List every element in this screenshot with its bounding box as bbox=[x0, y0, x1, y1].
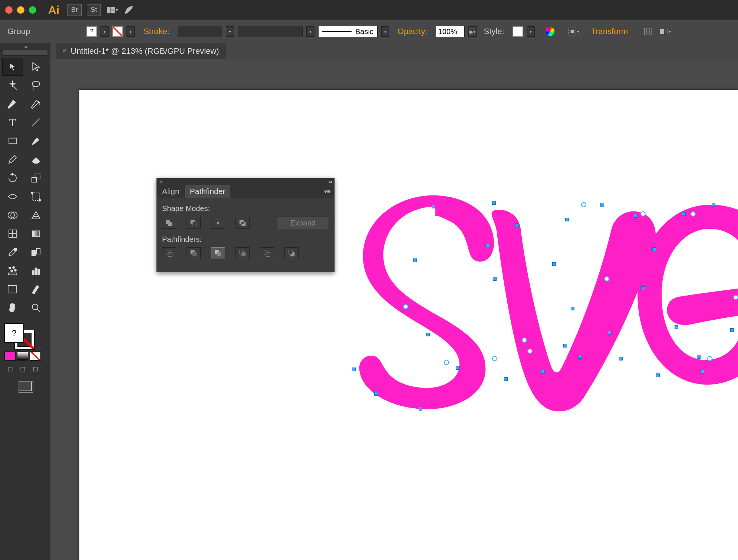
none-mode-button[interactable] bbox=[30, 352, 41, 360]
edit-contents-button[interactable]: ▾ bbox=[658, 25, 672, 38]
pen-tool[interactable] bbox=[2, 95, 23, 113]
unite-button[interactable] bbox=[162, 217, 176, 229]
gpu-preview-icon[interactable] bbox=[123, 4, 135, 16]
opacity-input[interactable] bbox=[436, 26, 465, 37]
lasso-tool[interactable] bbox=[26, 76, 46, 94]
center-point[interactable] bbox=[492, 356, 497, 361]
anchor-point[interactable] bbox=[492, 201, 496, 205]
width-tool[interactable] bbox=[2, 188, 23, 205]
anchor-point[interactable] bbox=[374, 392, 378, 396]
exclude-button[interactable] bbox=[235, 217, 250, 229]
panel-titlebar[interactable]: × ◂◂ bbox=[157, 178, 334, 185]
brush-definition[interactable]: Basic bbox=[318, 26, 378, 37]
fill-indicator[interactable]: ? bbox=[4, 323, 24, 343]
outline-button[interactable] bbox=[260, 247, 274, 259]
center-point[interactable] bbox=[604, 276, 609, 281]
scale-tool[interactable] bbox=[26, 169, 46, 187]
align-button[interactable]: ▾ bbox=[567, 25, 580, 38]
variable-width-dropdown[interactable] bbox=[306, 26, 314, 37]
style-dropdown[interactable] bbox=[527, 26, 535, 37]
pencil-tool[interactable] bbox=[2, 151, 23, 168]
stroke-swatch[interactable] bbox=[112, 26, 123, 37]
column-graph-tool[interactable] bbox=[26, 262, 46, 280]
anchor-point[interactable] bbox=[712, 203, 715, 207]
anchor-point[interactable] bbox=[578, 355, 582, 359]
anchor-point[interactable] bbox=[419, 407, 422, 411]
hand-tool[interactable] bbox=[2, 299, 23, 317]
gradient-tool[interactable] bbox=[26, 225, 46, 243]
anchor-point[interactable] bbox=[675, 325, 678, 329]
eyedropper-tool[interactable] bbox=[2, 243, 23, 261]
minus-back-button[interactable] bbox=[284, 247, 299, 259]
curvature-tool[interactable] bbox=[26, 95, 46, 113]
isolate-group-button[interactable] bbox=[641, 25, 655, 38]
mesh-tool[interactable] bbox=[2, 225, 23, 243]
anchor-point[interactable] bbox=[652, 247, 656, 251]
zoom-tool[interactable] bbox=[26, 299, 46, 317]
intersect-button[interactable] bbox=[211, 217, 225, 229]
pathfinder-panel[interactable]: × ◂◂ Align Pathfinder ▾≡ Shape Modes: Ex… bbox=[157, 178, 335, 272]
opacity-dropdown[interactable]: ▸ bbox=[468, 26, 477, 37]
stroke-weight-field[interactable] bbox=[178, 26, 222, 37]
panel-menu-icon[interactable]: ▾≡ bbox=[320, 188, 334, 195]
type-tool[interactable]: T bbox=[2, 113, 23, 131]
anchor-point[interactable] bbox=[656, 373, 660, 377]
bridge-button[interactable]: Br bbox=[67, 4, 82, 16]
tab-pathfinder[interactable]: Pathfinder bbox=[185, 185, 231, 198]
center-point[interactable] bbox=[733, 295, 738, 300]
anchor-point[interactable] bbox=[571, 307, 574, 310]
stock-button[interactable]: St bbox=[87, 4, 101, 16]
anchor-point[interactable] bbox=[608, 331, 612, 335]
anchor-point[interactable] bbox=[456, 366, 459, 370]
paintbrush-tool[interactable] bbox=[26, 132, 46, 150]
divide-button[interactable] bbox=[162, 247, 176, 259]
anchor-point[interactable] bbox=[352, 368, 356, 371]
merge-button[interactable] bbox=[211, 247, 225, 259]
rotate-tool[interactable] bbox=[2, 169, 23, 187]
anchor-point[interactable] bbox=[493, 277, 497, 281]
center-point[interactable] bbox=[444, 360, 449, 365]
toolbox-grip[interactable] bbox=[3, 50, 47, 56]
anchor-point[interactable] bbox=[515, 223, 519, 227]
line-tool[interactable] bbox=[26, 113, 46, 131]
stroke-dropdown[interactable] bbox=[126, 26, 135, 37]
anchor-point[interactable] bbox=[432, 205, 435, 208]
stroke-weight-dropdown[interactable] bbox=[226, 26, 234, 37]
trim-button[interactable] bbox=[187, 247, 201, 259]
eraser-tool[interactable] bbox=[26, 151, 46, 168]
document-tab[interactable]: × Untitled-1* @ 213% (RGB/GPU Preview) bbox=[56, 43, 226, 59]
fill-stroke-indicator[interactable]: ? bbox=[4, 323, 34, 349]
rectangle-tool[interactable] bbox=[2, 132, 23, 150]
minimize-window-button[interactable] bbox=[17, 6, 24, 14]
anchor-point[interactable] bbox=[600, 203, 604, 207]
shape-builder-tool[interactable] bbox=[2, 206, 23, 224]
anchor-point[interactable] bbox=[413, 258, 417, 262]
recolor-artwork-button[interactable] bbox=[545, 27, 555, 36]
panel-close-icon[interactable]: × bbox=[160, 179, 163, 185]
brush-dropdown[interactable] bbox=[381, 26, 389, 37]
draw-inside-button[interactable]: ◻ bbox=[30, 364, 41, 373]
maximize-window-button[interactable] bbox=[29, 6, 36, 14]
opacity-label[interactable]: Opacity: bbox=[398, 27, 432, 36]
anchor-point[interactable] bbox=[485, 244, 489, 247]
collapse-handle[interactable] bbox=[0, 43, 50, 50]
expand-button[interactable]: Expand bbox=[277, 217, 329, 229]
anchor-point[interactable] bbox=[565, 218, 569, 221]
screen-mode-button[interactable] bbox=[4, 381, 46, 391]
center-point[interactable] bbox=[707, 356, 712, 361]
anchor-point[interactable] bbox=[697, 355, 701, 359]
anchor-point[interactable] bbox=[619, 357, 623, 360]
center-point[interactable] bbox=[691, 211, 696, 217]
center-point[interactable] bbox=[403, 304, 408, 309]
color-mode-button[interactable] bbox=[4, 352, 16, 360]
free-transform-tool[interactable] bbox=[26, 188, 46, 205]
draw-behind-button[interactable]: ◻ bbox=[17, 364, 28, 373]
anchor-point[interactable] bbox=[730, 328, 734, 332]
crop-button[interactable] bbox=[235, 247, 250, 259]
anchor-point[interactable] bbox=[563, 344, 567, 347]
anchor-point[interactable] bbox=[504, 377, 508, 381]
slice-tool[interactable] bbox=[26, 280, 46, 298]
draw-normal-button[interactable]: ◻ bbox=[4, 364, 16, 373]
fill-dropdown[interactable] bbox=[101, 26, 109, 37]
selection-tool[interactable] bbox=[2, 58, 23, 76]
